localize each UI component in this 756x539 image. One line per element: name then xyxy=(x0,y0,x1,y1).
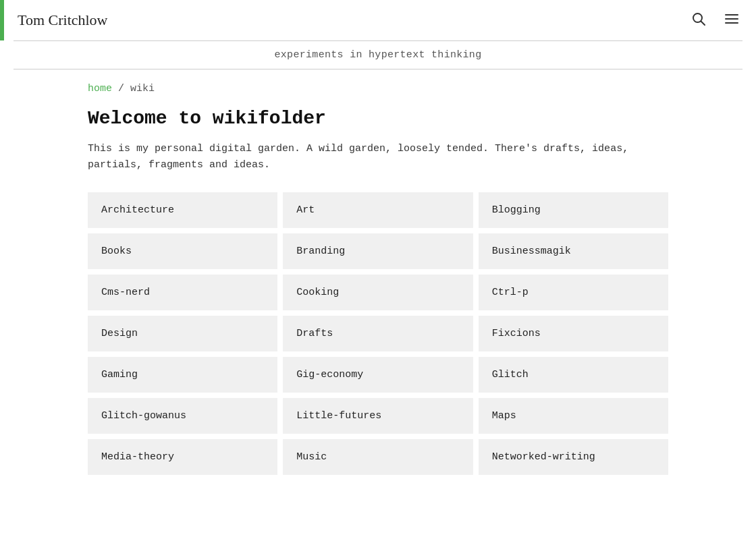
wiki-item[interactable]: Blogging xyxy=(479,192,668,228)
wiki-item[interactable]: Music xyxy=(283,439,473,475)
wiki-item[interactable]: Networked-writing xyxy=(479,439,668,475)
wiki-item[interactable]: Businessmagik xyxy=(479,233,668,269)
wiki-item[interactable]: Fixcions xyxy=(479,316,668,351)
subtitle-bar: experiments in hypertext thinking xyxy=(14,40,742,69)
wiki-item[interactable]: Drafts xyxy=(283,316,473,351)
wiki-item[interactable]: Art xyxy=(283,192,473,228)
main-content: home / wiki Welcome to wikifolder This i… xyxy=(74,69,682,502)
subtitle-text: experiments in hypertext thinking xyxy=(275,49,482,61)
wiki-item[interactable]: Books xyxy=(88,233,277,269)
wiki-item[interactable]: Cooking xyxy=(283,275,473,310)
page-title: Welcome to wikifolder xyxy=(88,108,668,129)
breadcrumb-separator: / wiki xyxy=(118,83,155,94)
wiki-item[interactable]: Gig-economy xyxy=(283,357,473,393)
breadcrumb-home-link[interactable]: home xyxy=(88,83,112,94)
site-title: Tom Critchlow xyxy=(18,11,108,29)
search-icon xyxy=(691,11,706,30)
header-icons xyxy=(688,8,742,33)
wiki-item[interactable]: Architecture xyxy=(88,192,277,228)
wiki-item[interactable]: Branding xyxy=(283,233,473,269)
wiki-item[interactable]: Little-futures xyxy=(283,398,473,434)
wiki-item[interactable]: Glitch xyxy=(479,357,668,393)
menu-button[interactable] xyxy=(721,8,742,33)
wiki-item[interactable]: Design xyxy=(88,316,277,351)
wiki-grid: ArchitectureArtBloggingBooksBrandingBusi… xyxy=(88,192,668,475)
svg-line-1 xyxy=(701,21,705,25)
site-header: Tom Critchlow xyxy=(0,0,756,40)
wiki-item[interactable]: Gaming xyxy=(88,357,277,393)
breadcrumb: home / wiki xyxy=(88,83,668,94)
hamburger-icon xyxy=(724,11,740,30)
wiki-item[interactable]: Maps xyxy=(479,398,668,434)
wiki-item[interactable]: Cms-nerd xyxy=(88,275,277,310)
wiki-item[interactable]: Ctrl-p xyxy=(479,275,668,310)
search-button[interactable] xyxy=(688,9,709,32)
wiki-item[interactable]: Glitch-gowanus xyxy=(88,398,277,434)
wiki-item[interactable]: Media-theory xyxy=(88,439,277,475)
page-description: This is my personal digital garden. A wi… xyxy=(88,141,668,173)
